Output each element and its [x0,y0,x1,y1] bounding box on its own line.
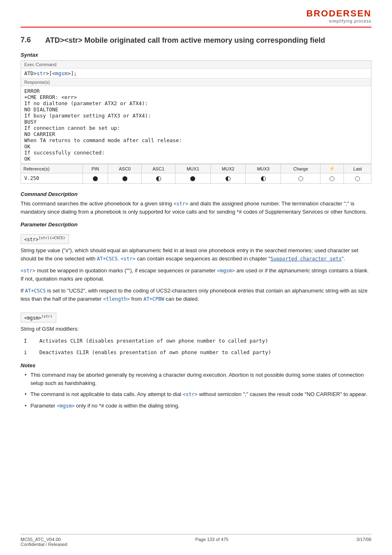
str-ref-4: <str> [183,391,198,397]
mgsm-ref-1: <mgsm> [217,268,235,274]
ref-value: V.250 [21,173,83,184]
footer-page: Page 133 of 475 [67,537,357,547]
command-desc-title: Command Description [21,191,371,197]
response-line-3: If no dialtone (parameter ATX2 or ATX4): [24,100,368,106]
cell-mux1 [175,173,211,184]
response-label: Response(s) [21,78,371,86]
str-ref-1: <str> [173,201,188,207]
response-line-9: When TA returns to command mode after ca… [24,137,368,143]
circle-filled-pin [93,176,98,181]
circle-filled-mux1 [190,176,195,181]
cell-mux3 [246,173,281,184]
footer-left: MC55_ATC_V04.00 Confidential / Released [21,537,67,547]
reference-table: Reference(s) PIN ASC0 ASC1 MUX1 MUX2 MUX… [21,164,371,184]
mgsm-param-desc: String of GSM modifiers: [21,325,371,333]
col-mux3: MUX3 [246,164,281,173]
response-line-8: NO CARRIER [24,131,368,137]
mgsm-modifier-i2: i Deactivates CLIR (enables presentation… [24,349,371,357]
response-line-10: OK [24,143,368,150]
response-line-2: +CME ERROR: <err> [24,94,368,100]
circle-empty-special [330,176,334,181]
exec-command-label: Exec Command [21,61,371,69]
cell-mux2 [210,173,246,184]
col-asc1: ASC1 [142,164,175,173]
command-desc-text: This command searches the active phonebo… [21,200,371,216]
col-special: ⚡ [321,164,344,173]
circle-empty-charge [298,176,303,181]
section-title: ATD><str> Mobile originated call from ac… [45,36,325,45]
mgsm-param-section: <mgsm>(str) String of GSM modifiers: I A… [21,309,371,357]
response-line-1: ERROR [24,88,368,94]
mgsm-modifier-i: I Activates CLIR (disables presentation … [24,337,371,345]
str-param-desc: String type value ("x"), which should eq… [21,246,371,263]
col-mux1: MUX1 [175,164,211,173]
page: BRODERSEN simplifying process 7.6 ATD><s… [0,0,392,555]
syntax-title: Syntax [21,52,371,58]
logo-tagline: simplifying process [306,19,371,23]
ref-header-label: Reference(s) [21,164,83,173]
str-param-box: <str>(str)(+CSCS) [21,234,69,244]
at-cscs-ref-2: AT+CSCS [25,288,46,294]
circle-half-mux3 [261,176,266,181]
syntax-box: Exec Command ATD>str>[<mgsm>]; Response(… [21,60,371,164]
str-param-section: <str>(str)(+CSCS) String type value ("x"… [21,230,371,303]
circle-half-mux2 [226,176,231,181]
section-number: 7.6 [21,36,45,44]
at-cscs-ref-1: AT+CSCS [97,256,118,262]
footer-date: 3/17/06 [356,537,371,547]
supported-char-sets-link[interactable]: Supported character sets [270,256,341,262]
cell-special [321,173,344,184]
param-desc-title: Parameter Description [21,221,371,228]
cell-asc0 [108,173,142,184]
col-last: Last [344,164,371,173]
col-mux2: MUX2 [210,164,246,173]
str-param-extra2: If AT+CSCS is set to "UCS2", with respec… [21,287,371,303]
response-content: ERROR +CME ERROR: <err> If no dialtone (… [21,86,371,164]
logo: BRODERSEN simplifying process [306,8,371,23]
cell-last [344,173,371,184]
footer-confidential: Confidential / Released [21,542,67,547]
response-line-4: NO DIALTONE [24,106,368,113]
response-line-11: If successfully connected: [24,150,368,156]
page-footer: MC55_ATC_V04.00 Confidential / Released … [21,534,371,547]
cell-charge [281,173,321,184]
circle-filled-asc0 [122,176,127,181]
section-heading: 7.6 ATD><str> Mobile originated call fro… [21,36,371,45]
str-superscript: (str)(+CSCS) [39,236,65,240]
footer-doc-id: MC55_ATC_V04.00 [21,537,67,542]
mgsm-param-box: <mgsm>(str) [21,313,56,322]
cell-asc1 [142,173,175,184]
response-line-6: BUSY [24,119,368,125]
logo-name: BRODERSEN [306,8,371,19]
str-ref-3: <str> [21,268,35,274]
response-line-7: If connection cannot be set up: [24,125,368,131]
response-line-12: OK [24,156,368,162]
col-asc0: ASC0 [108,164,142,173]
circle-empty-last [355,176,360,181]
col-pin: PIN [83,164,108,173]
ref-row: V.250 [21,173,371,184]
tlength-ref: <tlength> [103,296,130,302]
mgsm-superscript: (str) [42,314,53,318]
notes-title: Notes [21,362,371,368]
at-cpbw-ref: AT+CPBW [143,296,164,302]
note-item-2: The command is not applicable to data ca… [25,390,371,398]
exec-command-value: ATD>str>[<mgsm>]; [21,69,371,78]
col-charge: Charge [281,164,321,173]
str-ref-2: <str> [121,256,136,262]
note-item-3: Parameter <mgsm> only if no *# code is w… [25,402,371,410]
str-param-extra1: <str> must be wrapped in quotation marks… [21,267,371,283]
page-header: BRODERSEN simplifying process [21,8,371,28]
response-line-5: If busy (parameter setting ATX3 or ATX4)… [24,113,368,119]
circle-half-asc1 [156,176,161,181]
mgsm-ref-2: <mgsm> [57,403,74,409]
note-item-1: This command may be aborted generally by… [25,371,371,387]
cell-pin [83,173,108,184]
notes-list: This command may be aborted generally by… [21,371,371,410]
